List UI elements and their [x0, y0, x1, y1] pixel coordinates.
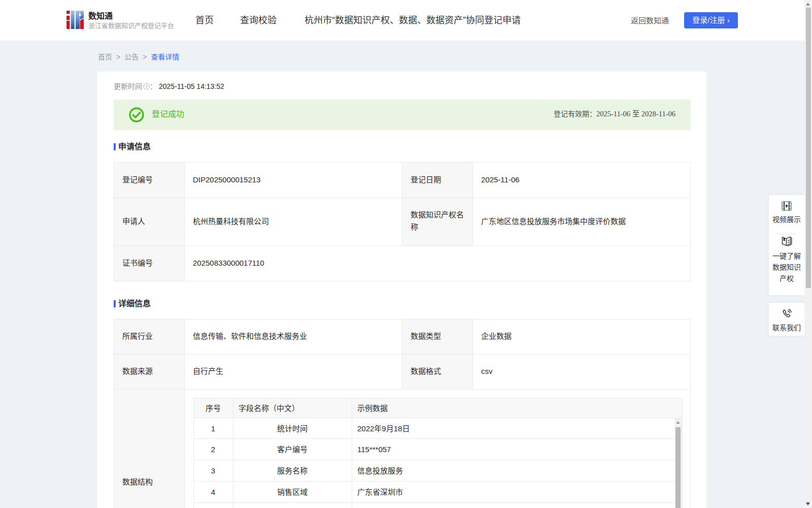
svg-text:?: ?: [145, 84, 148, 89]
